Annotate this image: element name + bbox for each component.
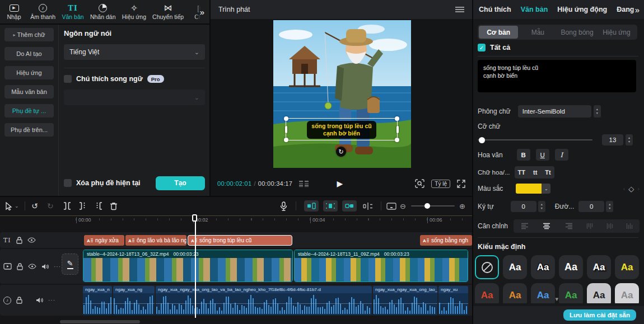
bilingual-language-select[interactable]: ⌄	[64, 90, 205, 105]
preview-quality-icon[interactable]	[415, 179, 424, 188]
preset-red[interactable]: Aa	[475, 283, 499, 303]
preset-white[interactable]: Aa	[503, 255, 527, 279]
undo-icon[interactable]: ↺	[31, 201, 38, 210]
toolbar-audio[interactable]: ♪ Âm thanh	[31, 3, 55, 20]
color-swatch[interactable]	[516, 184, 542, 194]
selection-handle-left[interactable]	[285, 126, 287, 133]
sidebar-item-auto-captions[interactable]: Phụ đề tự ...	[4, 104, 54, 118]
bold-button[interactable]: B	[517, 149, 530, 161]
subtab-template[interactable]: Mẫu	[518, 26, 557, 39]
tab-caption[interactable]: Chú thích	[479, 6, 511, 13]
toolbar-text[interactable]: TI Văn bản	[62, 3, 83, 20]
text-clip-2[interactable]: A ông lão và bà lão nghèo	[125, 235, 186, 246]
video-clip-2[interactable]: stable--4-2024-12-18T13_11_09Z.mp4 00:00…	[294, 250, 468, 282]
video-clip-1[interactable]: stable--4-2024-12-18T13_06_32Z.mp4 00:00…	[83, 250, 293, 282]
preset-orange[interactable]: Aa	[503, 283, 527, 303]
preset-outline[interactable]: Aa	[531, 255, 555, 279]
select-all-checkbox[interactable]: ✓	[478, 44, 486, 51]
split-icon[interactable]	[63, 202, 72, 210]
timeline-scrollbar[interactable]	[60, 320, 140, 323]
preset-yellow[interactable]: Aa	[615, 255, 639, 279]
save-preset-button[interactable]: Lưu làm cài đặt sẵn	[563, 309, 636, 321]
line-spacing-value[interactable]: 0	[578, 201, 604, 212]
line-spacing-stepper[interactable]: ▴▾	[606, 201, 613, 212]
clear-existing-checkbox[interactable]	[64, 179, 72, 187]
align-center-icon[interactable]	[542, 223, 551, 229]
align-left-icon[interactable]	[520, 223, 529, 229]
preset-green[interactable]: Aa	[559, 283, 583, 303]
toolbar-overflow-chevron[interactable]: »	[195, 0, 209, 24]
toolbar-effects[interactable]: ✧ Hiệu ứng	[123, 3, 146, 20]
record-voiceover-icon[interactable]	[280, 201, 287, 211]
redo-icon[interactable]: ↻	[47, 201, 54, 210]
magnetic-snap-toggle[interactable]	[323, 200, 338, 212]
lock-icon[interactable]	[17, 263, 23, 270]
valign-top-icon[interactable]	[586, 222, 593, 230]
chevron-left-icon[interactable]: ‹	[623, 185, 626, 192]
valign-middle-icon[interactable]	[606, 222, 613, 230]
selection-handle-tl[interactable]	[284, 116, 288, 121]
sidebar-item-add-text[interactable]: ▸ Thêm chữ	[4, 28, 54, 41]
case-lower-button[interactable]: tt	[533, 169, 537, 176]
lock-icon[interactable]	[16, 237, 22, 244]
auto-cut-toggle[interactable]	[304, 200, 319, 212]
split-view-icon[interactable]	[363, 203, 373, 210]
presets-collapse-arrow[interactable]: ▾	[556, 295, 559, 303]
valign-bottom-icon[interactable]	[626, 222, 633, 230]
toolbar-import[interactable]: ▶ Nhập	[4, 3, 24, 20]
link-clips-toggle[interactable]	[342, 200, 357, 212]
fullscreen-icon[interactable]	[457, 180, 465, 188]
char-spacing-value[interactable]: 0	[511, 201, 536, 212]
timeline-ruler[interactable]: 00:00 00:02 00:04 00:06	[0, 215, 472, 224]
case-title-button[interactable]: Tt	[545, 169, 550, 176]
timeline-zoom-slider[interactable]	[411, 205, 455, 206]
video-preview[interactable]	[273, 20, 411, 168]
selection-handle-right[interactable]	[396, 126, 399, 133]
lock-icon[interactable]	[16, 297, 22, 304]
diamond-icon[interactable]: ◇	[628, 185, 634, 193]
audio-clip-1[interactable]: ngay_xua_n	[83, 286, 112, 315]
preset-gray[interactable]: Aa	[615, 283, 639, 303]
caption-selection-box[interactable]	[286, 118, 398, 140]
slider-thumb[interactable]	[479, 137, 485, 143]
cover-preview-icon[interactable]	[386, 203, 396, 210]
tab-tracking[interactable]: Đang	[617, 6, 634, 13]
char-spacing-stepper[interactable]: ▴▾	[538, 201, 545, 212]
text-clip-1[interactable]: A ngày xửa	[84, 235, 124, 246]
create-captions-button[interactable]: Tạo	[156, 176, 205, 190]
preset-none[interactable]	[475, 255, 499, 279]
tabs-overflow-chevron[interactable]: »	[633, 0, 642, 19]
underline-button[interactable]: U	[536, 149, 549, 161]
playhead-line[interactable]	[195, 217, 196, 318]
tab-text[interactable]: Văn bản	[521, 6, 548, 13]
caption-text-input[interactable]: sống trong túp lều cũ cạnh bờ biển	[478, 60, 636, 92]
toolbar-sticker[interactable]: Nhãn dán	[91, 3, 115, 20]
mute-icon[interactable]	[41, 264, 49, 270]
playhead-handle[interactable]	[192, 214, 197, 222]
track-more-icon[interactable]: ···	[54, 264, 61, 270]
sidebar-item-ai-generated[interactable]: Do AI tạo	[4, 47, 54, 60]
trim-left-icon[interactable]	[78, 202, 87, 210]
preset-blue[interactable]: Aa	[531, 283, 555, 303]
sidebar-item-captions-on[interactable]: Phụ đề trên...	[4, 123, 54, 137]
selection-handle-tr[interactable]	[395, 116, 399, 121]
visibility-icon[interactable]	[28, 264, 36, 269]
text-clip-3-selected[interactable]: A sống trong túp lều cũ	[188, 235, 292, 246]
text-clip-4[interactable]: A sống bằng ngh	[420, 235, 472, 246]
aspect-ratio-button[interactable]: Tỷ lệ	[431, 180, 450, 188]
caption-list-icon[interactable]	[299, 181, 309, 187]
select-tool-icon[interactable]	[4, 202, 12, 210]
sidebar-item-effects[interactable]: Hiệu ứng	[4, 66, 54, 79]
font-stepper[interactable]: ▴▾	[594, 105, 601, 118]
case-upper-button[interactable]: TT	[518, 169, 525, 176]
audio-clip-3[interactable]: ngay_xua_ngay_xua_ong_lao_va_ba_lao_nghe…	[156, 286, 372, 315]
align-right-icon[interactable]	[564, 223, 573, 229]
italic-button[interactable]: I	[555, 149, 568, 161]
track-more-icon[interactable]: ···	[48, 297, 55, 303]
mute-icon[interactable]	[36, 297, 43, 303]
visibility-icon[interactable]	[27, 237, 36, 243]
preset-black-on-light[interactable]: Aa	[587, 283, 611, 303]
play-button[interactable]: ▶	[337, 179, 343, 188]
player-menu-icon[interactable]	[455, 7, 464, 12]
audio-clip-4[interactable]: ngay_xua_ngay_xua_ong_lao_va_ba_	[373, 286, 437, 315]
